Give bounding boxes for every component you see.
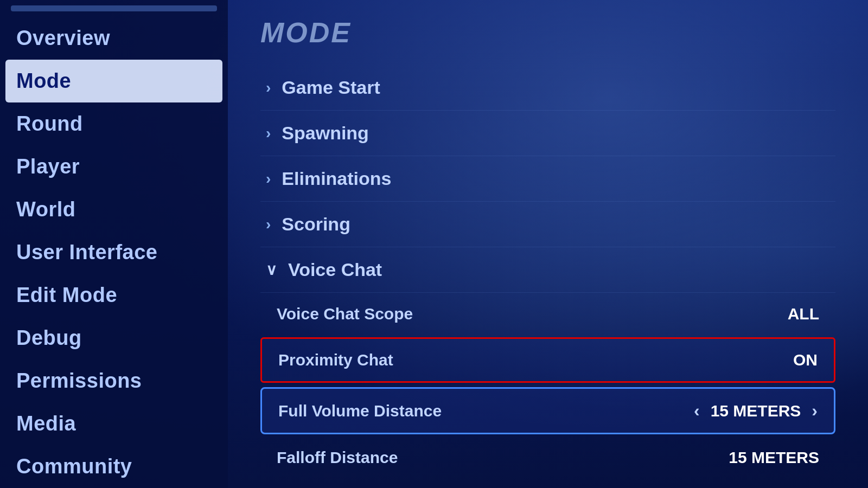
setting-value-full-volume-distance: ‹ 15 METERS › [694, 401, 818, 421]
voice-chat-subsection: Voice Chat Scope ALL Proximity Chat ON F… [260, 293, 835, 479]
setting-row-voice-chat-scope[interactable]: Voice Chat Scope ALL [260, 293, 835, 335]
arrow-left-button[interactable]: ‹ [694, 401, 700, 421]
setting-value-falloff-distance: 15 METERS [729, 448, 819, 467]
sidebar-item-media[interactable]: Media [0, 402, 228, 445]
main-content: MODE › Game Start › Spawning › Eliminati… [228, 0, 868, 488]
chevron-right-icon: › [266, 170, 271, 188]
arrow-right-button[interactable]: › [812, 401, 818, 421]
setting-row-falloff-distance[interactable]: Falloff Distance 15 METERS [260, 436, 835, 479]
sidebar-item-permissions[interactable]: Permissions [0, 359, 228, 402]
setting-label-falloff-distance: Falloff Distance [277, 448, 398, 467]
sidebar-item-mode[interactable]: Mode [5, 60, 222, 102]
chevron-down-icon: ∨ [266, 261, 277, 279]
menu-label-spawning: Spawning [282, 123, 369, 144]
chevron-right-icon: › [266, 216, 271, 233]
chevron-right-icon: › [266, 125, 271, 142]
setting-label-proximity-chat: Proximity Chat [278, 351, 393, 369]
sidebar-item-overview[interactable]: Overview [0, 17, 228, 60]
section-title: MODE [260, 16, 835, 49]
sidebar-item-user-interface[interactable]: User Interface [0, 231, 228, 274]
setting-value-proximity-chat: ON [793, 351, 818, 369]
sidebar-item-player[interactable]: Player [0, 145, 228, 188]
sidebar-item-edit-mode[interactable]: Edit Mode [0, 274, 228, 317]
sidebar-top-bar [11, 5, 217, 11]
menu-label-game-start: Game Start [282, 77, 380, 98]
chevron-right-icon: › [266, 79, 271, 97]
setting-value-voice-chat-scope: ALL [788, 305, 819, 323]
sidebar-item-debug[interactable]: Debug [0, 317, 228, 359]
menu-row-eliminations[interactable]: › Eliminations [260, 156, 835, 202]
menu-row-voice-chat[interactable]: ∨ Voice Chat [260, 247, 835, 293]
menu-row-scoring[interactable]: › Scoring [260, 202, 835, 247]
setting-row-full-volume-distance[interactable]: Full Volume Distance ‹ 15 METERS › [260, 387, 835, 434]
menu-label-eliminations: Eliminations [282, 168, 391, 189]
menu-row-spawning[interactable]: › Spawning [260, 111, 835, 156]
sidebar-item-world[interactable]: World [0, 188, 228, 231]
menu-list: › Game Start › Spawning › Eliminations ›… [260, 65, 835, 479]
setting-label-full-volume-distance: Full Volume Distance [278, 402, 442, 420]
sidebar: Overview Mode Round Player World User In… [0, 0, 228, 488]
sidebar-item-round[interactable]: Round [0, 102, 228, 145]
setting-row-proximity-chat[interactable]: Proximity Chat ON [260, 337, 835, 383]
setting-label-voice-chat-scope: Voice Chat Scope [277, 305, 413, 323]
sidebar-item-community[interactable]: Community [0, 445, 228, 488]
app-layout: Overview Mode Round Player World User In… [0, 0, 868, 488]
menu-label-voice-chat: Voice Chat [288, 259, 382, 280]
menu-row-game-start[interactable]: › Game Start [260, 65, 835, 111]
menu-label-scoring: Scoring [282, 214, 350, 235]
full-volume-distance-value: 15 METERS [711, 402, 801, 420]
